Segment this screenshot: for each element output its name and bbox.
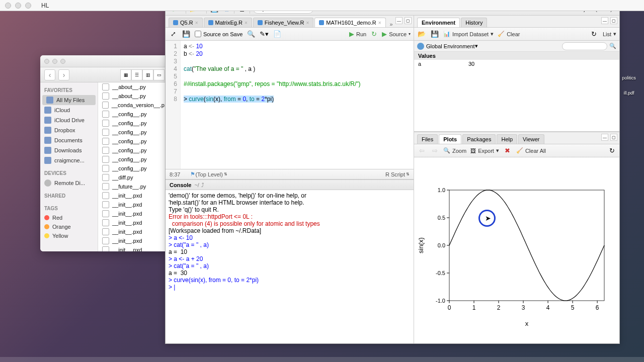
file-item[interactable]: __config__.py — [98, 155, 169, 164]
forward-button[interactable]: › — [58, 69, 69, 80]
sidebar-section-devices: Devices — [40, 168, 98, 178]
file-item[interactable]: __init__.pxd — [98, 191, 169, 200]
remove-plot-icon[interactable]: ✖ — [503, 146, 512, 155]
find-icon[interactable]: 🔍 — [247, 30, 256, 39]
sidebar-item[interactable]: Dropbox — [40, 125, 98, 135]
export-button[interactable]: 🖼 Export ▾ — [470, 147, 499, 154]
maximize-pane-icon[interactable]: ▢ — [610, 17, 617, 24]
sidebar-item[interactable]: Remote Di... — [40, 178, 98, 188]
save-icon[interactable]: 💾 — [182, 30, 191, 39]
more-tabs-icon[interactable]: » — [390, 21, 393, 27]
tab-history[interactable]: History — [461, 18, 487, 27]
file-item[interactable]: __config__.py — [98, 119, 169, 128]
tab-plots[interactable]: Plots — [439, 134, 461, 144]
maximize-pane-icon[interactable]: ▢ — [405, 17, 412, 24]
column-view-button[interactable]: ▥ — [142, 69, 153, 80]
minimize-pane-icon[interactable]: — — [601, 134, 608, 141]
minimize-pane-icon[interactable]: — — [601, 17, 608, 24]
file-type-label[interactable]: R Script — [385, 171, 405, 177]
source-tab[interactable]: Fisheye_View.R× — [253, 18, 314, 27]
tab-environment[interactable]: Environment — [417, 18, 460, 27]
list-view-button[interactable]: ☰ — [131, 69, 142, 80]
svg-text:5: 5 — [571, 304, 575, 311]
maximize-pane-icon[interactable]: ▢ — [610, 134, 617, 141]
sidebar-item[interactable]: iCloud Drive — [40, 115, 98, 125]
list-view-button[interactable]: List ▾ — [603, 31, 616, 37]
clear-button[interactable]: 🧹 Clear — [498, 31, 520, 37]
tag-item[interactable]: Red — [40, 213, 98, 222]
file-item[interactable]: __config__.py — [98, 146, 169, 155]
compile-icon[interactable]: 📄 — [273, 30, 282, 39]
source-button[interactable]: ▶Source▾ — [382, 30, 411, 38]
env-section-values: Values — [414, 52, 619, 60]
run-button[interactable]: ▶Run — [349, 30, 366, 38]
sidebar-item[interactable]: All My Files — [42, 95, 96, 105]
file-item[interactable]: __config__.py — [98, 164, 169, 173]
refresh-icon[interactable]: ↻ — [607, 146, 616, 155]
source-tab[interactable]: MATH1601_demo.R× — [314, 18, 385, 27]
file-item[interactable]: __init__.pxd — [98, 209, 169, 218]
save-icon[interactable]: 💾 — [430, 30, 439, 39]
desktop-file[interactable]: politics — [619, 75, 639, 80]
icon-view-button[interactable]: ▦ — [120, 69, 131, 80]
import-dataset-button[interactable]: 📊 Import Dataset ▾ — [443, 31, 494, 37]
maximize-icon[interactable] — [25, 3, 31, 9]
load-icon[interactable]: 📂 — [417, 30, 426, 39]
minimize-icon[interactable] — [52, 59, 57, 64]
maximize-icon[interactable] — [60, 59, 65, 64]
tab-packages[interactable]: Packages — [462, 134, 496, 144]
console[interactable]: 'demo()' for some demos, 'help()' for on… — [166, 190, 414, 343]
sidebar-item[interactable]: iCloud — [40, 105, 98, 115]
file-item[interactable]: __about__.py — [98, 92, 169, 101]
close-icon[interactable] — [44, 59, 49, 64]
tag-item[interactable]: Orange — [40, 222, 98, 231]
minimize-pane-icon[interactable]: — — [395, 17, 403, 24]
env-scope-selector[interactable]: Global Environment ▾ 🔍 — [414, 41, 619, 52]
env-variable-row[interactable]: a30 — [414, 60, 619, 68]
file-item[interactable]: __about__.py — [98, 82, 169, 92]
sidebar-item[interactable]: Documents — [40, 135, 98, 145]
file-item[interactable]: __config__.py — [98, 110, 169, 119]
tag-item[interactable]: Yellow — [40, 231, 98, 240]
desktop-file[interactable]: ill.pdf — [619, 90, 639, 96]
file-item[interactable]: __config__.py — [98, 137, 169, 146]
scope-label[interactable]: (Top Level) — [195, 171, 222, 177]
tab-help[interactable]: Help — [497, 134, 517, 144]
popout-icon[interactable]: ⤢ — [169, 30, 178, 39]
file-item[interactable]: __init__.pxd — [98, 200, 169, 209]
file-item[interactable]: __init__.pxd — [98, 236, 169, 245]
tab-viewer[interactable]: Viewer — [518, 134, 544, 144]
wand-icon[interactable]: ✎▾ — [260, 30, 269, 39]
source-tab[interactable]: Q5.R× — [169, 18, 203, 27]
file-item[interactable]: __diff.py — [98, 173, 169, 182]
prev-plot-icon[interactable]: ⇦ — [417, 146, 426, 155]
gallery-view-button[interactable]: ▭ — [153, 69, 165, 80]
source-tab[interactable]: MatrixEg.R× — [204, 18, 252, 27]
clear-all-button[interactable]: 🧹 Clear All — [516, 147, 546, 154]
rerun-button[interactable]: ↻ — [371, 30, 377, 38]
file-item[interactable]: __init__.pxd — [98, 218, 169, 227]
sidebar-item[interactable]: craigmcne... — [40, 155, 98, 165]
close-icon[interactable] — [5, 3, 11, 9]
minimize-icon[interactable] — [15, 3, 21, 9]
plot-area[interactable]: 0123456-1.0-0.50.00.51.0xsin(x) ➤ — [414, 157, 619, 343]
zoom-button[interactable]: 🔍 Zoom — [443, 147, 466, 154]
env-search-input[interactable] — [562, 42, 607, 50]
file-item[interactable]: __init__.pxd — [98, 245, 169, 251]
next-plot-icon[interactable]: ⇨ — [430, 146, 439, 155]
dock[interactable] — [0, 357, 644, 362]
refresh-icon[interactable]: ↻ — [590, 30, 599, 39]
view-mode-group: ▦ ☰ ▥ ▭ — [120, 69, 165, 80]
svg-text:1: 1 — [472, 304, 476, 311]
source-on-save-checkbox[interactable]: Source on Save — [195, 31, 243, 37]
file-item[interactable]: __future__.py — [98, 182, 169, 191]
back-button[interactable]: ‹ — [44, 69, 55, 80]
tab-files[interactable]: Files — [417, 134, 438, 144]
file-item[interactable]: __config__.py — [98, 128, 169, 137]
code-editor[interactable]: 12345678 a <- 10b <- 20cat("The value of… — [166, 41, 414, 169]
sidebar-item[interactable]: Downloads — [40, 145, 98, 155]
svg-text:sin(x): sin(x) — [417, 237, 425, 253]
file-item[interactable]: __init__.pxd — [98, 227, 169, 236]
file-item[interactable]: __conda_version__.p — [98, 101, 169, 110]
finder-file-list[interactable]: __about__.py__about__.py__conda_version_… — [98, 82, 169, 251]
